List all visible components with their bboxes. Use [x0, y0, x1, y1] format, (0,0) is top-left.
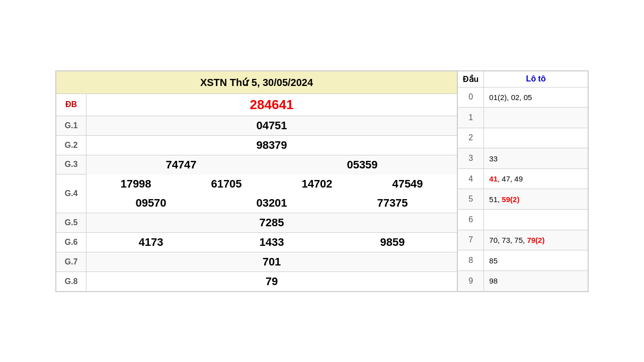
prize-label-g5: G.5: [56, 213, 87, 232]
loto-header-row: Đầu Lô tô: [458, 71, 588, 87]
loto-cell: 51, 59(2): [484, 189, 588, 210]
loto-row: 885: [458, 250, 588, 271]
loto-row: 6: [458, 210, 588, 230]
g4-val5: 09570: [135, 197, 166, 210]
table-row: G.2 98379: [56, 135, 457, 155]
prize-value-g2: 98379: [87, 135, 457, 155]
loto-cell: [484, 108, 588, 128]
dau-cell: 1: [458, 108, 484, 128]
prize-label-g7: G.7: [56, 252, 87, 272]
g6-val3: 9859: [380, 236, 405, 249]
g3-val1: 74747: [166, 158, 196, 171]
g4-val6: 03201: [256, 197, 287, 210]
dau-cell: 8: [458, 250, 484, 271]
g3-val2: 05359: [347, 158, 377, 171]
prize-value-db: 284641: [87, 94, 457, 116]
loto-row: 441, 47, 49: [458, 168, 588, 189]
prize-label-g2: G.2: [56, 135, 87, 155]
loto-row: 001(2), 02, 05: [458, 87, 588, 108]
table-row: G.3 74747 05359: [56, 155, 457, 174]
dau-cell: 3: [458, 148, 484, 169]
prize-value-g4-row1: 17998 61705 14702 47549: [87, 174, 457, 194]
dau-cell: 6: [458, 210, 484, 230]
loto-header-loto: Lô tô: [484, 71, 588, 87]
loto-row: 1: [458, 108, 588, 128]
lottery-table: XSTN Thứ 5, 30/05/2024 ĐB 284641 G.1 047…: [56, 71, 457, 292]
table-row: G.6 4173 1433 9859: [56, 232, 457, 252]
loto-header-dau: Đầu: [458, 71, 484, 87]
loto-row: 998: [458, 270, 588, 291]
g4-val4: 47549: [392, 177, 423, 191]
loto-row: 333: [458, 148, 588, 169]
loto-row: 551, 59(2): [458, 189, 588, 210]
loto-table: Đầu Lô tô 001(2), 02, 0512333441, 47, 49…: [457, 71, 588, 292]
loto-cell: [484, 128, 588, 148]
table-row: ĐB 284641: [56, 94, 457, 116]
table-row: G.8 79: [56, 272, 457, 291]
dau-cell: 5: [458, 189, 484, 210]
prize-value-g4-row2: 09570 03201 77375: [87, 194, 457, 213]
dau-cell: 4: [458, 168, 484, 189]
loto-cell: 41, 47, 49: [484, 168, 588, 189]
g6-val1: 4173: [139, 236, 164, 249]
g4-val2: 61705: [211, 177, 242, 191]
table-row: 09570 03201 77375: [56, 194, 457, 213]
dau-cell: 0: [458, 87, 484, 108]
table-row: G.1 04751: [56, 116, 457, 135]
prize-label-db: ĐB: [56, 94, 87, 116]
prize-label-g3: G.3: [56, 155, 87, 174]
dau-cell: 7: [458, 230, 484, 250]
g4-val1: 17998: [120, 177, 151, 191]
table-row: G.4 17998 61705 14702 47549: [56, 174, 457, 194]
dau-cell: 2: [458, 128, 484, 148]
prize-value-g3: 74747 05359: [87, 155, 457, 174]
table-row: G.7 701: [56, 252, 457, 272]
prize-label-g6: G.6: [56, 232, 87, 252]
loto-cell: [484, 210, 588, 230]
g4-val3: 14702: [301, 177, 332, 191]
table-header-row: XSTN Thứ 5, 30/05/2024: [56, 71, 457, 94]
prize-value-g7: 701: [87, 252, 457, 272]
main-container: XSTN Thứ 5, 30/05/2024 ĐB 284641 G.1 047…: [55, 70, 589, 292]
loto-cell: 98: [484, 270, 588, 291]
prize-label-g4: G.4: [56, 174, 87, 213]
loto-row: 2: [458, 128, 588, 148]
g6-val2: 1433: [260, 236, 284, 249]
loto-cell: 33: [484, 148, 588, 169]
prize-value-g6: 4173 1433 9859: [87, 233, 457, 252]
loto-row: 770, 73, 75, 79(2): [458, 230, 588, 250]
loto-cell: 85: [484, 250, 588, 271]
loto-cell: 70, 73, 75, 79(2): [484, 230, 588, 250]
prize-label-g8: G.8: [56, 272, 87, 291]
g4-val7: 77375: [377, 197, 408, 210]
table-title: XSTN Thứ 5, 30/05/2024: [56, 71, 457, 94]
prize-value-g8: 79: [87, 272, 457, 291]
prize-value-g5: 7285: [87, 213, 457, 232]
prize-label-g1: G.1: [56, 116, 87, 135]
dau-cell: 9: [458, 270, 484, 291]
table-row: G.5 7285: [56, 213, 457, 232]
loto-cell: 01(2), 02, 05: [484, 87, 588, 108]
prize-value-g1: 04751: [87, 116, 457, 135]
